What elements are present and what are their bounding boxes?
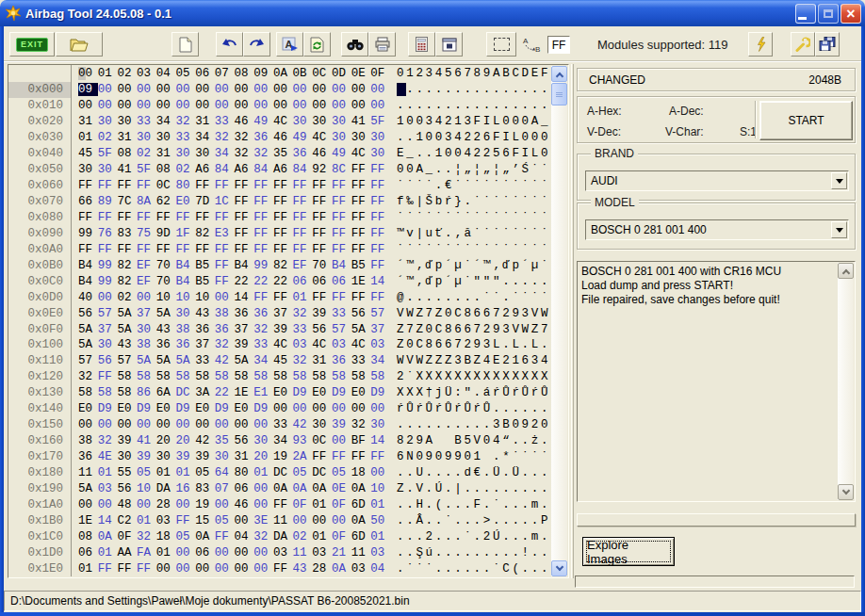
hex-byte[interactable]: D9 bbox=[137, 402, 156, 415]
hex-byte[interactable]: 39 bbox=[332, 418, 351, 431]
hex-byte[interactable]: 01 bbox=[137, 514, 156, 527]
hex-byte[interactable]: 00 bbox=[332, 402, 351, 415]
hex-byte[interactable]: 02 bbox=[293, 530, 313, 543]
hex-byte[interactable]: FF bbox=[253, 211, 273, 224]
hex-byte[interactable]: 08 bbox=[117, 147, 137, 160]
hex-byte[interactable]: 32 bbox=[253, 530, 273, 543]
hex-byte[interactable]: 39 bbox=[273, 323, 293, 336]
a-to-b-convert-button[interactable]: A B bbox=[520, 32, 545, 57]
hex-byte[interactable]: 46 bbox=[273, 131, 293, 144]
hex-byte[interactable]: 31 bbox=[117, 131, 137, 144]
hex-byte[interactable]: 00 bbox=[351, 402, 371, 415]
hex-byte[interactable]: 0C bbox=[156, 179, 176, 192]
hex-byte[interactable]: 1C bbox=[215, 195, 235, 208]
hex-byte[interactable]: EF bbox=[137, 259, 156, 272]
hex-byte[interactable]: E0 bbox=[117, 402, 137, 415]
hex-byte[interactable]: 31 bbox=[312, 354, 332, 367]
hex-byte[interactable]: 00 bbox=[195, 83, 215, 96]
hex-byte[interactable]: 03 bbox=[293, 338, 313, 351]
hex-byte[interactable]: 46 bbox=[312, 147, 332, 160]
hex-byte[interactable]: 41 bbox=[117, 163, 137, 176]
hex-byte[interactable]: FF bbox=[117, 562, 137, 575]
hex-byte[interactable]: FF bbox=[351, 163, 371, 176]
hex-byte[interactable]: 9D bbox=[156, 227, 176, 240]
hex-byte[interactable]: 82 bbox=[117, 275, 137, 288]
hex-byte[interactable]: 8A bbox=[137, 195, 156, 208]
hex-byte[interactable]: 00 bbox=[273, 402, 293, 415]
hex-byte[interactable]: 32 bbox=[253, 323, 273, 336]
hex-byte[interactable]: 33 bbox=[332, 307, 351, 320]
hex-byte[interactable]: 00 bbox=[175, 546, 195, 559]
hex-byte[interactable]: 00 bbox=[215, 83, 235, 96]
selection-button[interactable] bbox=[486, 32, 516, 57]
hex-byte[interactable]: 00 bbox=[253, 99, 273, 112]
hex-byte[interactable]: 00 bbox=[98, 498, 118, 511]
hex-byte[interactable]: 00 bbox=[293, 514, 313, 527]
explore-images-button[interactable]: Explore Images bbox=[582, 537, 675, 566]
hex-byte[interactable]: 35 bbox=[215, 434, 235, 447]
hex-byte[interactable]: 58 bbox=[117, 386, 137, 399]
hex-byte[interactable]: 28 bbox=[156, 498, 176, 511]
hex-byte[interactable]: 20 bbox=[175, 434, 195, 447]
hex-ascii[interactable]: ˙˙˙˙˙˙˙˙˙˙˙˙˙˙˙˙ bbox=[397, 211, 550, 224]
hex-byte[interactable]: D9 bbox=[175, 402, 195, 415]
hex-byte[interactable]: 58 bbox=[78, 386, 98, 399]
hex-byte[interactable]: E1 bbox=[253, 386, 273, 399]
hex-byte[interactable]: 82 bbox=[273, 259, 293, 272]
hex-byte[interactable]: 10 bbox=[195, 291, 215, 304]
hex-byte[interactable]: FF bbox=[175, 514, 195, 527]
hex-byte[interactable]: 30 bbox=[175, 147, 195, 160]
hex-byte[interactable]: FF bbox=[98, 562, 118, 575]
hex-byte[interactable]: 30 bbox=[253, 434, 273, 447]
calculator-button[interactable] bbox=[408, 32, 435, 57]
hex-byte[interactable]: 5A bbox=[351, 323, 371, 336]
hex-byte[interactable]: EF bbox=[137, 275, 156, 288]
hex-byte[interactable]: 32 bbox=[293, 354, 313, 367]
hex-byte[interactable]: FF bbox=[293, 195, 313, 208]
hex-byte[interactable]: FF bbox=[293, 211, 313, 224]
hex-byte[interactable]: 0F bbox=[332, 498, 351, 511]
hex-byte[interactable]: 5A bbox=[235, 354, 254, 367]
hex-byte[interactable]: FF bbox=[156, 211, 176, 224]
hex-byte[interactable]: 19 bbox=[273, 450, 293, 463]
hex-byte[interactable]: 70 bbox=[156, 259, 176, 272]
hex-byte[interactable]: 32 bbox=[215, 131, 235, 144]
hex-byte[interactable]: FF bbox=[137, 179, 156, 192]
hex-ascii[interactable]: Z0C8667293L.L.L. bbox=[397, 338, 550, 351]
hex-byte[interactable]: FF bbox=[98, 243, 118, 256]
hex-byte[interactable]: 00 bbox=[78, 99, 98, 112]
hex-byte[interactable]: 36 bbox=[293, 147, 313, 160]
hex-byte[interactable]: 1E bbox=[78, 514, 98, 527]
hex-byte[interactable]: 80 bbox=[235, 466, 254, 479]
hex-byte[interactable]: FF bbox=[312, 450, 332, 463]
hex-byte[interactable]: FF bbox=[137, 211, 156, 224]
hex-byte[interactable]: E0 bbox=[312, 386, 332, 399]
hex-byte[interactable]: 99 bbox=[78, 227, 98, 240]
hex-byte[interactable]: 3E bbox=[253, 514, 273, 527]
redo-button[interactable] bbox=[243, 32, 270, 57]
hex-byte[interactable]: FF bbox=[351, 195, 371, 208]
hex-byte[interactable]: FF bbox=[117, 179, 137, 192]
hex-byte[interactable]: FF bbox=[351, 227, 371, 240]
hex-byte[interactable]: 01 bbox=[78, 131, 98, 144]
image-viewer-button[interactable] bbox=[435, 32, 463, 57]
hex-byte[interactable]: 5F bbox=[98, 147, 118, 160]
hex-byte[interactable]: 08 bbox=[156, 163, 176, 176]
hex-ascii[interactable]: @........˙˙.˙˙˙˙ bbox=[397, 291, 550, 304]
hex-byte[interactable]: 0A bbox=[351, 482, 371, 495]
hex-byte[interactable]: 05 bbox=[293, 466, 313, 479]
hex-byte[interactable]: 58 bbox=[137, 370, 156, 383]
hex-byte[interactable]: 33 bbox=[195, 354, 215, 367]
hex-byte[interactable]: 02 bbox=[137, 147, 156, 160]
hex-byte[interactable]: FF bbox=[253, 243, 273, 256]
hex-byte[interactable]: 43 bbox=[195, 307, 215, 320]
hex-byte[interactable]: FF bbox=[215, 530, 235, 543]
hex-ascii[interactable]: 00A_..¦„¦„¦„’Ś˙˙ bbox=[397, 163, 550, 176]
font-convert-button[interactable]: A bbox=[276, 32, 303, 57]
hex-byte[interactable]: 00 bbox=[235, 514, 254, 527]
hex-byte[interactable]: 01 bbox=[78, 562, 98, 575]
hex-byte[interactable]: 00 bbox=[98, 83, 118, 96]
hex-byte[interactable]: DA bbox=[156, 482, 176, 495]
hex-ascii[interactable]: 6N0909901 .*˙˙˙˙ bbox=[397, 450, 550, 463]
hex-byte[interactable]: 32 bbox=[235, 131, 254, 144]
